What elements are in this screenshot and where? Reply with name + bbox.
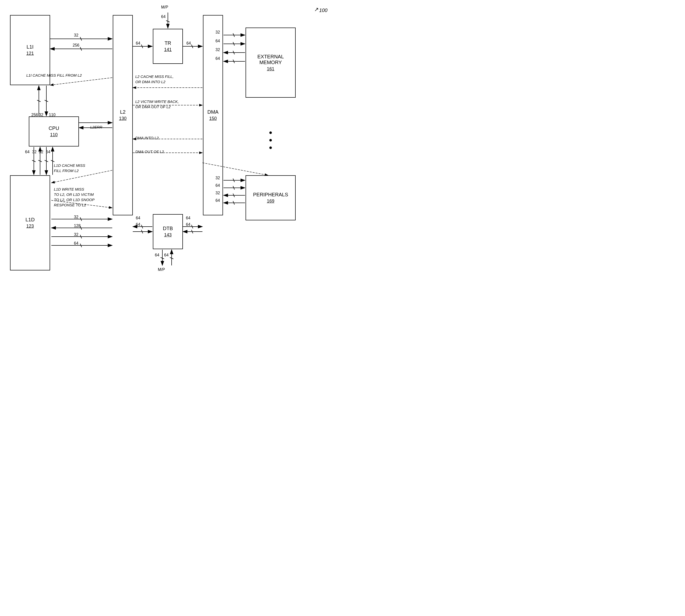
bw-l1i-l2-32: 32 bbox=[74, 33, 79, 38]
l2-label: L2 bbox=[120, 109, 126, 115]
svg-line-53 bbox=[141, 225, 143, 228]
periph-label: PERIPHERALS bbox=[253, 192, 288, 198]
bw-l2-dtb-64: 64 bbox=[136, 222, 140, 227]
cpu-block: CPU 110 bbox=[29, 116, 79, 147]
svg-line-12 bbox=[166, 21, 170, 22]
l2-block: L2 130 bbox=[113, 15, 133, 215]
svg-line-33 bbox=[32, 160, 36, 162]
svg-line-6 bbox=[80, 47, 82, 50]
mp-top-label: M/P bbox=[161, 5, 168, 9]
bw-dma-em-32-2: 32 bbox=[215, 48, 220, 52]
l1d-block: L1D 123 bbox=[10, 175, 50, 270]
bw-cpu-l1d-64-2: 64 bbox=[46, 150, 50, 154]
l1d-write-miss-annotation: L1D WRITE MISSTO L2, OR L1D VICTIMTO L2,… bbox=[54, 186, 94, 207]
svg-line-8 bbox=[141, 45, 143, 48]
svg-line-21 bbox=[50, 78, 112, 85]
l1i-number: 121 bbox=[26, 51, 34, 56]
l1d-label: L1D bbox=[25, 217, 35, 223]
bw-tr-dma-64: 64 bbox=[187, 41, 191, 46]
bw-cpu-l1d-32-1: 32 bbox=[32, 150, 37, 154]
cpu-number: 110 bbox=[50, 132, 58, 137]
svg-point-71 bbox=[269, 131, 272, 134]
svg-line-10 bbox=[191, 45, 193, 48]
svg-line-43 bbox=[80, 217, 82, 221]
bw-cpu-32: 32 bbox=[39, 113, 43, 117]
cpu-box-ref: 110 bbox=[49, 113, 56, 117]
bw-dma-em-32-1: 32 bbox=[215, 30, 220, 35]
svg-line-18 bbox=[233, 51, 235, 54]
svg-line-28 bbox=[37, 100, 41, 102]
architecture-diagram: 100 ↗ L1I 121 L2 130 TR 141 DMA 150 CPU … bbox=[0, 0, 343, 308]
svg-line-4 bbox=[80, 37, 82, 41]
bw-l1d-l2-128: 128 bbox=[74, 224, 81, 228]
bw-dma-dtb-64: 64 bbox=[186, 216, 190, 220]
bw-dma-em-64-2: 64 bbox=[215, 56, 220, 61]
bw-dma-per-64-2: 64 bbox=[215, 198, 220, 203]
svg-line-47 bbox=[80, 235, 82, 238]
dma-out-l2-annotation: DMA OUT OF L2 bbox=[135, 149, 164, 154]
ext-mem-number: 161 bbox=[267, 66, 274, 72]
tr-label: TR bbox=[165, 40, 171, 46]
l2-victim-annotation: L2 VICTIM WRITE BACK,OR DMA OUT OF L2 bbox=[135, 99, 179, 109]
bw-l1d-l2-32-2: 32 bbox=[74, 233, 79, 237]
cpu-label: CPU bbox=[49, 126, 59, 131]
bw-dtb-l2-64: 64 bbox=[136, 216, 140, 220]
periph-number: 169 bbox=[267, 199, 274, 204]
bw-dma-per-32-2: 32 bbox=[215, 191, 220, 195]
svg-line-61 bbox=[170, 258, 173, 259]
bw-dma-em-64-1: 64 bbox=[215, 39, 220, 43]
bw-dtb-mp-64-2: 64 bbox=[164, 253, 169, 258]
svg-line-16 bbox=[233, 42, 235, 46]
bw-mp-top: 64 bbox=[161, 15, 166, 19]
bw-l2-l1i-256: 256 bbox=[73, 43, 80, 48]
svg-line-57 bbox=[191, 230, 193, 234]
mp-bottom-label: M/P bbox=[158, 267, 165, 272]
l2err-annotation: L2ERR bbox=[90, 125, 102, 130]
svg-line-63 bbox=[233, 179, 235, 182]
l1d-cache-miss-annotation: L1D CACHE MISSFILL FROM L2 bbox=[54, 163, 85, 173]
dtb-block: DTB 143 bbox=[153, 214, 183, 249]
l2-number: 130 bbox=[119, 116, 127, 121]
svg-line-37 bbox=[45, 160, 48, 162]
bw-dtb-dma-64: 64 bbox=[186, 222, 190, 227]
tr-block: TR 141 bbox=[153, 29, 183, 64]
svg-line-14 bbox=[233, 33, 235, 37]
bw-cpu-l1d-64: 64 bbox=[25, 150, 29, 154]
dma-label: DMA bbox=[208, 109, 218, 115]
bw-l1d-l2-64: 64 bbox=[74, 241, 79, 246]
l1i-cache-miss-annotation: L1I CACHE MISS FILL FROM L2 bbox=[26, 73, 82, 78]
svg-line-51 bbox=[141, 230, 143, 234]
svg-line-20 bbox=[233, 60, 235, 63]
svg-point-72 bbox=[269, 139, 272, 141]
svg-line-67 bbox=[233, 194, 235, 197]
bw-dtb-mp-64-1: 64 bbox=[155, 253, 159, 258]
svg-line-69 bbox=[233, 201, 235, 204]
bw-l2-tr-64: 64 bbox=[136, 41, 140, 46]
l1d-number: 123 bbox=[26, 224, 34, 229]
bw-dma-per-32-1: 32 bbox=[215, 176, 220, 180]
dma-into-l2-annotation: DMA INTO L2 bbox=[135, 135, 158, 140]
ext-mem-block: EXTERNAL MEMORY 161 bbox=[245, 27, 296, 98]
dma-number: 150 bbox=[209, 116, 217, 121]
bw-cpu-l1d-32-2: 32 bbox=[39, 150, 43, 154]
dtb-label: DTB bbox=[163, 226, 173, 232]
l1i-label: L1I bbox=[26, 44, 34, 50]
l2-cache-miss-annotation: L2 CACHE MISS FILL,OR DMA INTO L2 bbox=[135, 74, 174, 84]
periph-block: PERIPHERALS 169 bbox=[245, 175, 296, 220]
svg-line-49 bbox=[80, 244, 82, 247]
dma-block: DMA 150 bbox=[203, 15, 223, 215]
dtb-number: 143 bbox=[164, 233, 172, 238]
svg-line-59 bbox=[160, 258, 164, 259]
svg-point-73 bbox=[269, 147, 272, 149]
svg-line-39 bbox=[51, 160, 55, 162]
ext-mem-label: EXTERNAL MEMORY bbox=[257, 54, 284, 65]
svg-line-35 bbox=[38, 160, 42, 162]
tr-number: 141 bbox=[164, 47, 172, 52]
svg-line-30 bbox=[45, 100, 48, 102]
bw-cpu-256: 256 bbox=[31, 113, 38, 117]
ref-100: 100 bbox=[319, 7, 327, 13]
bw-dma-per-64-1: 64 bbox=[215, 183, 220, 188]
svg-line-55 bbox=[191, 225, 193, 228]
svg-line-65 bbox=[233, 186, 235, 190]
bw-l1d-l2-32-1: 32 bbox=[74, 215, 79, 219]
